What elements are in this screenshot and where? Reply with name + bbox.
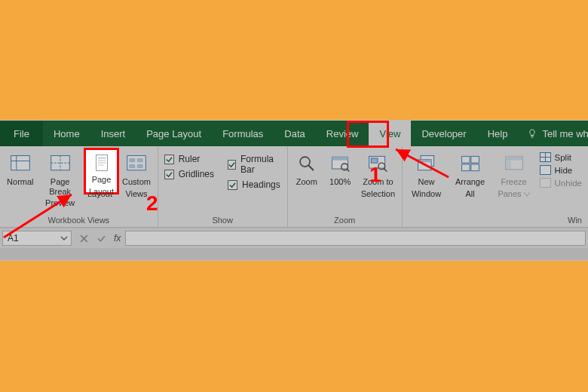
custom-views-icon [125,152,148,175]
svg-rect-29 [461,156,470,163]
normal-view-icon [9,152,32,175]
group-label-show: Show [164,214,281,225]
tab-developer[interactable]: Developer [411,121,476,146]
arrange-all-button[interactable]: Arrange All [452,151,488,198]
cv-l2: Views [125,189,147,199]
tab-help[interactable]: Help [477,121,519,146]
unhide-icon [540,178,551,188]
svg-point-16 [300,157,310,167]
hl-page-layout-btn: Page Layout [84,148,119,194]
zoom-label: Zoom [296,177,317,187]
ribbon-tabs: File Home Insert Page Layout Formulas Da… [0,121,588,146]
sheet-area [0,248,588,260]
svg-line-21 [347,169,350,172]
svg-rect-15 [137,164,143,168]
formula-bar-label: Formula Bar [240,154,281,175]
hide-button[interactable]: Hide [540,165,582,175]
freeze-panes-icon [503,152,525,175]
split-label: Split [555,153,571,162]
zts-l2: Selection [361,189,395,199]
excel-view-ribbon: File Home Insert Page Layout Formulas Da… [0,121,588,260]
headings-label: Headings [242,179,280,190]
tab-data[interactable]: Data [274,121,315,146]
magnifier-icon [296,152,318,175]
svg-rect-40 [540,178,550,187]
svg-rect-14 [129,164,135,168]
enter-icon[interactable] [96,234,106,243]
gridlines-label: Gridlines [179,169,214,179]
normal-view-label: Normal [7,177,33,187]
tell-me-label: Tell me what you [542,128,588,139]
zoom-100-button[interactable]: 100% [327,151,353,187]
svg-rect-13 [137,158,143,162]
ruler-checkbox[interactable]: Ruler [164,154,214,164]
zoom-button[interactable]: Zoom [294,151,320,187]
hide-icon [540,165,551,175]
unhide-label: Unhide [555,179,582,188]
svg-rect-12 [129,158,135,162]
svg-rect-45 [97,164,103,166]
svg-rect-39 [540,165,550,174]
svg-rect-30 [470,156,479,163]
gridlines-checkbox[interactable]: Gridlines [164,169,214,179]
checkbox-icon [164,170,174,179]
arrow-1 [377,143,452,181]
zoom-100-icon [329,152,351,175]
cv-l1: Custom [122,177,151,187]
aa-l2: All [465,189,474,199]
ruler-label: Ruler [179,154,201,164]
group-label-window: Win [409,214,582,225]
headings-checkbox[interactable]: Headings [228,179,281,190]
tab-page-layout[interactable]: Page Layout [136,121,212,146]
arrow-2 [0,188,83,241]
fx-label[interactable]: fx [114,228,125,248]
lightbulb-icon [527,128,537,139]
svg-rect-42 [97,158,106,159]
formula-bar-row: A1 fx [0,228,588,248]
svg-rect-35 [505,156,510,170]
tell-me-search[interactable]: Tell me what you [518,121,588,146]
arrange-all-icon [459,152,482,175]
svg-line-47 [4,194,72,237]
formula-bar-checkbox[interactable]: Formula Bar [228,154,281,175]
svg-rect-32 [470,164,479,171]
checkbox-icon [228,160,236,170]
tab-file[interactable]: File [0,121,43,146]
normal-view-button[interactable]: Normal [6,151,35,187]
chevron-down-icon [524,192,530,197]
tab-formulas[interactable]: Formulas [212,121,274,146]
split-icon [540,152,551,162]
group-show: Ruler Gridlines Formula Bar Headings [158,146,288,227]
checkbox-icon [228,180,237,190]
freeze-panes-button[interactable]: Freeze Panes [496,151,532,198]
page-break-icon [49,152,72,175]
svg-rect-0 [11,156,30,170]
unhide-button[interactable]: Unhide [540,178,582,188]
svg-rect-31 [461,164,470,171]
hide-label: Hide [555,166,573,175]
formula-input[interactable] [125,231,586,246]
tab-insert[interactable]: Insert [90,121,136,146]
svg-line-46 [396,149,449,177]
aa-l1: Arrange [455,177,485,187]
fp-l2: Panes [498,189,529,199]
svg-rect-44 [97,162,106,164]
svg-rect-19 [332,157,348,160]
svg-line-17 [308,165,314,170]
zoom-100-label: 100% [329,177,351,187]
group-label-zoom: Zoom [294,214,396,225]
anno-number-2: 2 [146,191,158,216]
fp-l1: Freeze [501,177,526,187]
tab-home[interactable]: Home [43,121,90,146]
split-button[interactable]: Split [540,152,582,162]
svg-rect-43 [97,160,106,161]
checkbox-icon [164,155,174,164]
nw-l2: Window [412,189,441,199]
